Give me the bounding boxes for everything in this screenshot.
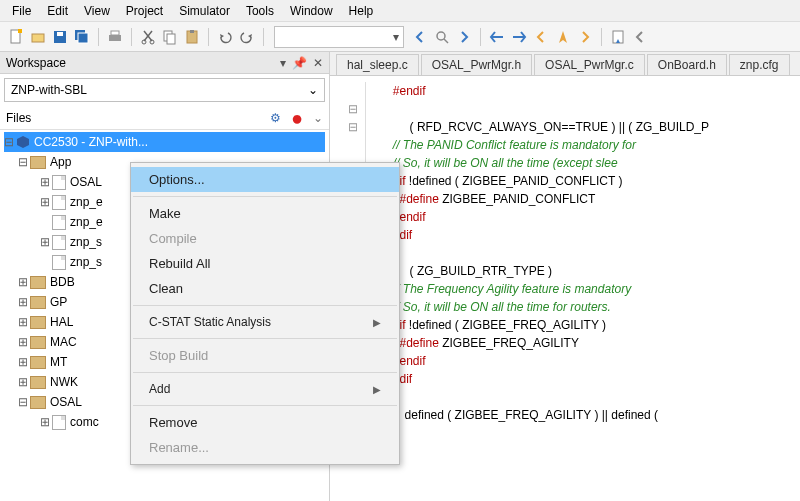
undo-icon[interactable] <box>215 27 235 47</box>
ctx-stop: Stop Build <box>131 343 399 368</box>
svg-rect-7 <box>109 35 121 41</box>
files-label: Files <box>6 111 31 125</box>
submenu-arrow-icon: ▶ <box>373 317 381 328</box>
tab[interactable]: OSAL_PwrMgr.c <box>534 54 645 75</box>
svg-rect-4 <box>57 32 63 36</box>
print-icon[interactable] <box>105 27 125 47</box>
gear-icon[interactable]: ⚙ <box>270 111 281 125</box>
copy-icon[interactable] <box>160 27 180 47</box>
step-fwd-icon[interactable] <box>509 27 529 47</box>
menu-window[interactable]: Window <box>282 2 341 20</box>
svg-line-18 <box>444 39 448 43</box>
menu-tools[interactable]: Tools <box>238 2 282 20</box>
ctx-remove[interactable]: Remove <box>131 410 399 435</box>
panel-menu-icon[interactable]: ▾ <box>280 56 286 70</box>
ctx-add[interactable]: Add▶ <box>131 377 399 401</box>
tree-root-selected[interactable]: ⊟CC2530 - ZNP-with... <box>4 132 325 152</box>
config-dropdown[interactable]: ZNP-with-SBL⌄ <box>4 78 325 102</box>
bookmark-icon[interactable] <box>553 27 573 47</box>
submenu-arrow-icon: ▶ <box>373 384 381 395</box>
code-editor[interactable]: #endif ⊟ ⊟ ( RFD_RCVC_ALWAYS_ON==TRUE ) … <box>330 76 800 501</box>
bookmark-next-icon[interactable] <box>575 27 595 47</box>
ctx-rename: Rename... <box>131 435 399 460</box>
find-icon[interactable] <box>432 27 452 47</box>
ctx-cstat[interactable]: C-STAT Static Analysis▶ <box>131 310 399 334</box>
config-dropdown-value: ZNP-with-SBL <box>11 83 87 97</box>
cut-icon[interactable] <box>138 27 158 47</box>
svg-rect-14 <box>167 34 175 44</box>
editor-tabs: hal_sleep.c OSAL_PwrMgr.h OSAL_PwrMgr.c … <box>330 52 800 76</box>
workspace-title: Workspace <box>6 56 66 70</box>
menu-help[interactable]: Help <box>341 2 382 20</box>
paste-icon[interactable] <box>182 27 202 47</box>
svg-rect-2 <box>32 34 44 42</box>
ctx-make[interactable]: Make <box>131 201 399 226</box>
tab[interactable]: OSAL_PwrMgr.h <box>421 54 532 75</box>
menu-edit[interactable]: Edit <box>39 2 76 20</box>
redo-icon[interactable] <box>237 27 257 47</box>
svg-marker-22 <box>17 136 29 148</box>
svg-rect-8 <box>111 31 119 35</box>
save-icon[interactable] <box>50 27 70 47</box>
toolbar-combo[interactable]: ▾ <box>274 26 404 48</box>
ctx-compile: Compile <box>131 226 399 251</box>
svg-rect-6 <box>78 33 88 43</box>
ctx-options[interactable]: Options... <box>131 167 399 192</box>
tree-root-label: CC2530 - ZNP-with... <box>34 135 148 149</box>
new-file-icon[interactable] <box>6 27 26 47</box>
menu-project[interactable]: Project <box>118 2 171 20</box>
nav-last-icon[interactable] <box>630 27 650 47</box>
record-icon[interactable]: ● <box>291 113 303 123</box>
context-menu: Options... Make Compile Rebuild All Clea… <box>130 162 400 465</box>
bookmark-prev-icon[interactable] <box>531 27 551 47</box>
svg-rect-1 <box>18 29 22 33</box>
tab[interactable]: OnBoard.h <box>647 54 727 75</box>
toolbar: ▾ <box>0 22 800 52</box>
menu-bar[interactable]: File Edit View Project Simulator Tools W… <box>0 0 800 22</box>
workspace-title-bar: Workspace ▾ 📌 ✕ <box>0 52 329 74</box>
nav-back-icon[interactable] <box>410 27 430 47</box>
tab[interactable]: hal_sleep.c <box>336 54 419 75</box>
save-all-icon[interactable] <box>72 27 92 47</box>
panel-pin-icon[interactable]: 📌 <box>292 56 307 70</box>
dropdown-icon[interactable]: ⌄ <box>313 111 323 125</box>
ctx-rebuild[interactable]: Rebuild All <box>131 251 399 276</box>
svg-point-17 <box>437 32 445 40</box>
svg-rect-16 <box>190 30 194 33</box>
menu-simulator[interactable]: Simulator <box>171 2 238 20</box>
menu-view[interactable]: View <box>76 2 118 20</box>
open-file-icon[interactable] <box>28 27 48 47</box>
menu-file[interactable]: File <box>4 2 39 20</box>
ctx-clean[interactable]: Clean <box>131 276 399 301</box>
tab[interactable]: znp.cfg <box>729 54 790 75</box>
step-back-icon[interactable] <box>487 27 507 47</box>
goto-icon[interactable] <box>608 27 628 47</box>
nav-fwd-icon[interactable] <box>454 27 474 47</box>
panel-close-icon[interactable]: ✕ <box>313 56 323 70</box>
files-header: Files ⚙ ● ⌄ <box>0 106 329 130</box>
